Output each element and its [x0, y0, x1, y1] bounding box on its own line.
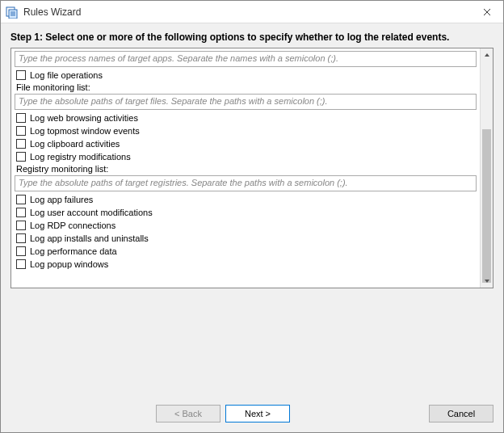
checkbox-log-performance[interactable]: Log performance data: [15, 245, 477, 258]
registry-monitoring-list-label: Registry monitoring list:: [15, 163, 477, 174]
checkbox-label: Log app failures: [30, 195, 93, 204]
checkbox-label: Log topmost window events: [30, 126, 140, 136]
checkbox-log-clipboard[interactable]: Log clipboard activities: [15, 137, 477, 150]
file-paths-input[interactable]: Type the absolute paths of target files.…: [15, 94, 477, 110]
checkbox-log-popup[interactable]: Log popup windows: [15, 258, 477, 271]
next-button[interactable]: Next >: [225, 405, 290, 422]
titlebar: Rules Wizard: [1, 1, 503, 23]
checkbox-icon: [16, 126, 26, 136]
window-title: Rules Wizard: [23, 6, 81, 18]
file-monitoring-list-label: File monitoring list:: [15, 82, 477, 93]
checkbox-label: Log RDP connections: [30, 221, 116, 230]
checkbox-log-topmost-window[interactable]: Log topmost window events: [15, 124, 477, 137]
checkbox-log-registry[interactable]: Log registry modifications: [15, 150, 477, 163]
checkbox-log-file-operations[interactable]: Log file operations: [15, 69, 477, 82]
checkbox-icon: [16, 233, 26, 243]
checkbox-label: Log clipboard activities: [30, 139, 120, 149]
checkbox-log-app-failures[interactable]: Log app failures: [15, 193, 477, 206]
checkbox-icon: [16, 152, 26, 162]
checkbox-log-user-account[interactable]: Log user account modifications: [15, 206, 477, 219]
checkbox-label: Log registry modifications: [30, 152, 131, 162]
content-area: Step 1: Select one or more of the follow…: [1, 23, 503, 397]
checkbox-icon: [16, 139, 26, 149]
registry-paths-input[interactable]: Type the absolute paths of target regist…: [15, 175, 477, 191]
close-button[interactable]: [471, 1, 503, 23]
button-bar: < Back Next > Cancel: [1, 397, 503, 432]
checkbox-icon: [16, 70, 26, 80]
app-icon: [6, 6, 19, 19]
checkbox-icon: [16, 113, 26, 123]
checkbox-icon: [16, 221, 26, 230]
checkbox-log-app-installs[interactable]: Log app installs and uninstalls: [15, 232, 477, 245]
checkbox-icon: [16, 259, 26, 269]
step-header: Step 1: Select one or more of the follow…: [10, 32, 494, 43]
checkbox-log-rdp[interactable]: Log RDP connections: [15, 219, 477, 232]
scroll-up-icon[interactable]: [481, 48, 494, 61]
checkbox-label: Log performance data: [30, 246, 117, 256]
checkbox-icon: [16, 195, 26, 204]
options-scroll-area: Type the process names of target apps. S…: [10, 48, 494, 288]
checkbox-label: Log user account modifications: [30, 208, 153, 217]
back-button: < Back: [156, 405, 220, 422]
checkbox-label: Log file operations: [30, 70, 103, 80]
scroll-down-icon[interactable]: [481, 275, 494, 288]
scrollbar-thumb[interactable]: [482, 129, 491, 283]
cancel-button[interactable]: Cancel: [429, 405, 494, 422]
checkbox-icon: [16, 208, 26, 217]
options-list: Type the process names of target apps. S…: [11, 48, 480, 288]
checkbox-log-web-browsing[interactable]: Log web browsing activities: [15, 111, 477, 124]
checkbox-icon: [16, 246, 26, 256]
rules-wizard-window: Rules Wizard Step 1: Select one or more …: [0, 0, 504, 433]
scrollbar[interactable]: [480, 48, 493, 288]
checkbox-label: Log app installs and uninstalls: [30, 233, 149, 243]
checkbox-label: Log web browsing activities: [30, 113, 138, 123]
process-names-input[interactable]: Type the process names of target apps. S…: [15, 51, 477, 67]
checkbox-label: Log popup windows: [30, 259, 108, 269]
